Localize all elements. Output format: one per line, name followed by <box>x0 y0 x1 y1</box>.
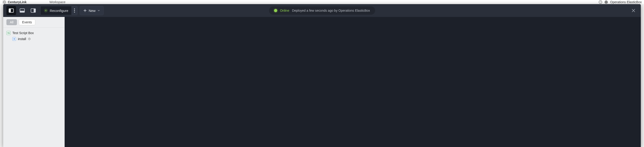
brand-name: CenturyLink <box>8 0 26 4</box>
layout-toggle-group <box>6 6 38 15</box>
filter-row: All Events <box>3 17 64 28</box>
status-pill: Online Deployed a few seconds ago by Ope… <box>269 6 375 15</box>
gear-icon <box>44 8 48 12</box>
reconfigure-button[interactable]: Reconfigure <box>40 6 72 15</box>
plus-icon <box>83 9 87 12</box>
layout-right-button[interactable] <box>28 6 38 15</box>
lifecycle-editor-modal: Reconfigure New Online Deployed a few se… <box>3 4 641 147</box>
layout-left-button[interactable] <box>6 6 16 15</box>
svg-point-0 <box>4 1 5 3</box>
svg-line-5 <box>3 1 4 1</box>
new-label: New <box>89 9 96 12</box>
layout-bottom-button[interactable] <box>18 6 27 15</box>
brand-logo: CenturyLink <box>2 0 26 4</box>
tree-script-row[interactable]: install <box>6 36 61 42</box>
close-button[interactable] <box>629 6 638 15</box>
layout-right-icon <box>31 8 36 12</box>
svg-text:?: ? <box>600 1 601 3</box>
chevron-down-icon <box>98 9 100 12</box>
new-button[interactable]: New <box>80 6 104 15</box>
tree-script-label: install <box>18 37 26 41</box>
main-editor-area[interactable] <box>65 17 641 147</box>
help-icon[interactable]: ? <box>598 0 602 4</box>
svg-line-7 <box>3 3 4 3</box>
brand-logo-icon <box>2 0 6 4</box>
background-header: CenturyLink Workspace ? Operations Elast… <box>0 0 644 4</box>
svg-line-6 <box>5 3 6 3</box>
status-dot-icon <box>274 9 277 12</box>
modal-body: All Events TS Test Script Box install <box>3 17 641 147</box>
reconfigure-label: Reconfigure <box>50 9 68 12</box>
background-right: ? Operations ElasticBox <box>598 0 642 4</box>
close-icon <box>631 8 636 13</box>
filter-events[interactable]: Events <box>19 19 36 25</box>
layout-left-icon <box>9 8 14 12</box>
more-vertical-icon <box>74 8 75 12</box>
modal-toolbar: Reconfigure New Online Deployed a few se… <box>3 4 641 17</box>
sidebar: All Events TS Test Script Box install <box>3 17 65 147</box>
tree-box-row[interactable]: TS Test Script Box <box>6 30 61 36</box>
breadcrumb-workspace[interactable]: Workspace <box>50 0 66 4</box>
filter-all[interactable]: All <box>6 19 17 25</box>
script-tree: TS Test Script Box install <box>3 28 64 44</box>
svg-point-11 <box>46 10 46 11</box>
avatar[interactable] <box>604 0 608 4</box>
ts-badge-icon: TS <box>6 31 10 35</box>
status-detail: Deployed a few seconds ago by Operations… <box>292 9 370 12</box>
tree-box-title: Test Script Box <box>12 31 34 35</box>
script-badge-icon <box>12 37 16 41</box>
clock-icon <box>28 37 31 40</box>
reconfigure-more-button[interactable] <box>72 6 78 15</box>
svg-line-8 <box>5 1 6 1</box>
svg-point-17 <box>14 39 14 39</box>
layout-bottom-icon <box>20 8 25 12</box>
reconfigure-button-group: Reconfigure <box>40 6 78 15</box>
user-label[interactable]: Operations ElasticBox <box>610 0 642 4</box>
status-state: Online <box>280 9 289 12</box>
